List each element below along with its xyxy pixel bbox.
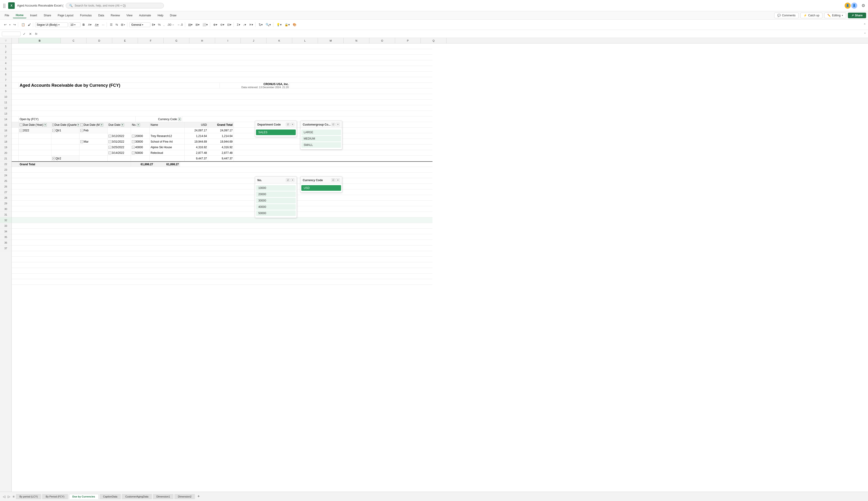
tab-page-layout[interactable]: Page Layout	[55, 13, 76, 18]
insert-cells-button[interactable]: ⊕▾	[212, 22, 218, 27]
tab-due-by-currencies[interactable]: Due by Currencies	[69, 494, 99, 499]
row-number-35[interactable]: 35	[0, 234, 11, 240]
col-header-Q[interactable]: Q	[421, 38, 447, 43]
tab-view[interactable]: View	[124, 13, 135, 18]
col-header-G[interactable]: G	[164, 38, 189, 43]
formula-input[interactable]	[40, 32, 862, 36]
merge-center-button[interactable]: ⊞▾	[120, 22, 126, 27]
row-number-31[interactable]: 31	[0, 212, 11, 217]
tab-home[interactable]: Home	[13, 13, 26, 18]
col-header-M[interactable]: M	[318, 38, 344, 43]
col-header-K[interactable]: K	[267, 38, 292, 43]
tab-caption-data[interactable]: CaptionData	[99, 494, 121, 499]
slicer-item-large[interactable]: LARGE	[301, 129, 341, 135]
clear-button[interactable]: ✕▾	[248, 22, 254, 27]
settings-icon[interactable]: ⚙	[861, 3, 865, 8]
row-number-11[interactable]: 11	[0, 99, 11, 105]
tab-by-period-fcy[interactable]: By Period (FCY)	[42, 494, 68, 499]
col-header-D[interactable]: D	[86, 38, 112, 43]
editing-button[interactable]: ✏️ Editing ▾	[824, 13, 846, 18]
col-header-P[interactable]: P	[395, 38, 421, 43]
row-number-33[interactable]: 33	[0, 223, 11, 228]
tab-automate[interactable]: Automate	[136, 13, 154, 18]
font-size-selector[interactable]: 10 ▾	[69, 22, 81, 27]
format-as-table-button[interactable]: ⊞▾	[194, 22, 201, 27]
search-input[interactable]	[75, 4, 154, 7]
row-number-19[interactable]: 19	[0, 145, 11, 150]
col-header-F[interactable]: F	[138, 38, 164, 43]
align-left-button[interactable]: ☰	[109, 22, 114, 27]
col-header-O[interactable]: O	[369, 38, 395, 43]
ideas-button[interactable]: 💡▾	[275, 22, 283, 27]
row-number-14[interactable]: 14	[0, 116, 11, 122]
row-number-32[interactable]: 32	[0, 217, 11, 223]
row-number-4[interactable]: 4	[0, 60, 11, 66]
wrap-text-button[interactable]: ⇆	[114, 22, 119, 27]
slicer-clear-icon-4[interactable]: ✕	[336, 178, 340, 182]
col-header-E[interactable]: E	[112, 38, 138, 43]
percent-button[interactable]: %	[157, 22, 162, 27]
cell-reference[interactable]: B32	[2, 32, 21, 36]
number-format-selector[interactable]: General ▾	[129, 22, 150, 27]
slicer-clear-icon[interactable]: ✕	[291, 123, 294, 126]
col-header-N[interactable]: N	[344, 38, 369, 43]
tab-dimension2[interactable]: Dimension2	[174, 494, 195, 499]
row-number-29[interactable]: 29	[0, 201, 11, 206]
decrease-decimal-button[interactable]: ←.0	[176, 22, 184, 27]
slicer-multiselect-icon-3[interactable]: ☑	[286, 178, 290, 182]
slicer-item-usd[interactable]: USD	[301, 185, 341, 191]
waffle-icon[interactable]: ⣿	[3, 3, 6, 8]
row-number-3[interactable]: 3	[0, 55, 11, 60]
row-number-12[interactable]: 12	[0, 105, 11, 111]
sort-filter-button[interactable]: ⇅▾	[257, 22, 264, 27]
tab-review[interactable]: Review	[108, 13, 123, 18]
tab-by-period-lcy[interactable]: By period (LCY)	[16, 494, 41, 499]
slicer-item-30000[interactable]: 30000	[256, 198, 296, 203]
slicer-multiselect-icon-4[interactable]: ☑	[331, 178, 335, 182]
tab-share[interactable]: Share	[41, 13, 54, 18]
font-family-selector[interactable]: Segoe UI (Body) ▾	[35, 22, 68, 27]
comma-button[interactable]: ,	[162, 22, 165, 27]
formula-cancel-button[interactable]: ✕	[28, 32, 33, 36]
more-formats-button[interactable]: ···	[101, 22, 106, 27]
row-number-16[interactable]: 16	[0, 128, 11, 133]
row-number-5[interactable]: 5	[0, 66, 11, 72]
row-number-26[interactable]: 26	[0, 184, 11, 189]
share-button[interactable]: ↗ Share	[848, 13, 866, 18]
tab-data[interactable]: Data	[95, 13, 107, 18]
undo-chevron-icon[interactable]: ▾	[8, 23, 12, 26]
bold-button[interactable]: B	[81, 22, 86, 27]
tab-file[interactable]: File	[2, 13, 12, 18]
increase-decimal-button[interactable]: .00→	[166, 22, 175, 27]
row-number-9[interactable]: 9	[0, 88, 11, 94]
toolbar-expand-button[interactable]: ⌃	[863, 23, 866, 26]
row-number-25[interactable]: 25	[0, 178, 11, 184]
slicer-item-40000[interactable]: 40000	[256, 204, 296, 210]
row-number-7[interactable]: 7	[0, 77, 11, 83]
row-number-17[interactable]: 17	[0, 133, 11, 139]
format-painter-button[interactable]: 🖌	[26, 22, 32, 27]
slicer-item-20000[interactable]: 20000	[256, 191, 296, 197]
slicer-item-sales[interactable]: SALES	[256, 129, 296, 135]
avatar-1[interactable]: 👤	[845, 2, 851, 9]
add-sheet-button[interactable]: +	[196, 494, 201, 499]
col-header-J[interactable]: J	[241, 38, 267, 43]
col-header-B[interactable]: B	[19, 38, 61, 43]
row-number-6[interactable]: 6	[0, 72, 11, 77]
row-number-1[interactable]: 1	[0, 43, 11, 49]
tab-nav-prev[interactable]: ◁	[2, 494, 6, 499]
row-number-37[interactable]: 37	[0, 245, 11, 251]
formula-check-button[interactable]: ✓	[22, 32, 26, 36]
fill-color-button[interactable]: A▾	[87, 22, 93, 27]
row-number-10[interactable]: 10	[0, 94, 11, 99]
slicer-multiselect-icon-2[interactable]: ☑	[331, 123, 335, 126]
avatar-2[interactable]: 👤	[851, 2, 857, 9]
col-header-I[interactable]: I	[215, 38, 241, 43]
slicer-clear-icon-3[interactable]: ✕	[291, 178, 294, 182]
cell-styles-button[interactable]: ⬜▾	[201, 22, 209, 27]
row-number-24[interactable]: 24	[0, 172, 11, 178]
row-number-34[interactable]: 34	[0, 228, 11, 234]
paste-button[interactable]: 📋	[20, 22, 26, 27]
row-number-22[interactable]: 22	[0, 161, 11, 167]
tab-dimension1[interactable]: Dimension1	[153, 494, 173, 499]
